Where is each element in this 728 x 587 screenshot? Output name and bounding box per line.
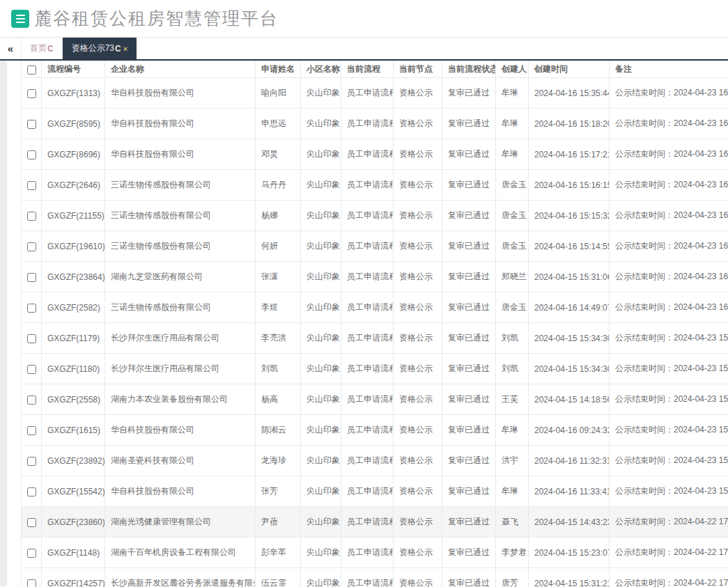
cell-node: 资格公示 (394, 354, 442, 384)
cell-community: 尖山印象 (301, 201, 341, 231)
tab-home[interactable]: 首页 C (21, 38, 63, 59)
cell-process: 员工申请流程 (341, 139, 394, 170)
row-checkbox[interactable] (27, 304, 36, 313)
cell-company: 华自科技股份有限公司 (105, 415, 256, 446)
refresh-icon[interactable]: C (47, 44, 54, 54)
cell-created: 2024-04-15 14:18:50 (529, 384, 610, 415)
cell-node: 资格公示 (394, 201, 442, 231)
row-checkbox[interactable] (27, 334, 36, 343)
cell-remark: 公示结束时间：2024-04-23 16:26:57 (610, 170, 728, 201)
cell-company: 湖南千百年机房设备工程有限公司 (105, 538, 256, 568)
row-select-cell (22, 476, 42, 507)
cell-creator: 牟琳 (496, 476, 529, 507)
cell-id: GXGZF(1615) (42, 415, 105, 446)
table-row: GXGZF(1148)湖南千百年机房设备工程有限公司彭辛革尖山印象员工申请流程资… (22, 538, 728, 568)
cell-status: 复审已通过 (442, 323, 496, 354)
row-checkbox[interactable] (27, 487, 36, 496)
cell-remark: 公示结束时间：2024-04-22 17:11:21 (610, 538, 728, 568)
cell-status: 复审已通过 (442, 446, 496, 476)
row-checkbox[interactable] (27, 120, 36, 129)
row-select-cell (22, 323, 42, 354)
cell-status: 复审已通过 (442, 354, 496, 384)
cell-id: GXGZF(23892) (42, 446, 105, 476)
cell-status: 复审已通过 (442, 568, 496, 587)
table-row: GXGZF(14257)长沙高新开发区麓谷劳务派遣服务有限公司伍云霏尖山印象员工… (22, 568, 728, 587)
refresh-icon[interactable]: C (115, 44, 121, 54)
cell-status: 复审已通过 (442, 231, 496, 262)
cell-company: 湖南力本农业装备股份有限公司 (105, 384, 256, 415)
cell-company: 三诺生物传感股份有限公司 (105, 231, 256, 262)
cell-creator: 牟琳 (496, 415, 529, 446)
cell-community: 尖山印象 (301, 507, 341, 538)
cell-community: 尖山印象 (301, 78, 341, 109)
left-gutter (0, 61, 7, 586)
row-checkbox[interactable] (27, 181, 36, 190)
table-row: GXGZF(23892)湖南圣瓷科技有限公司龙海珍尖山印象员工申请流程资格公示复… (22, 446, 728, 476)
cell-company: 华自科技股份有限公司 (105, 109, 256, 139)
row-checkbox[interactable] (27, 579, 36, 587)
cell-community: 尖山印象 (301, 231, 341, 262)
cell-company: 湖南圣瓷科技有限公司 (105, 446, 256, 476)
cell-applicant: 尹蓓 (256, 507, 301, 538)
tab-qualification-publicity[interactable]: 资格公示73 C × (63, 38, 137, 59)
cell-status: 复审已通过 (442, 384, 496, 415)
cell-applicant: 申思远 (256, 109, 301, 139)
cell-node: 资格公示 (394, 323, 442, 354)
cell-node: 资格公示 (394, 292, 442, 323)
cell-created: 2024-04-16 15:14:55 (529, 231, 610, 262)
cell-id: GXGZF(1148) (42, 538, 105, 568)
table-row: GXGZF(2558)湖南力本农业装备股份有限公司杨高尖山印象员工申请流程资格公… (22, 384, 728, 415)
row-select-cell (22, 109, 42, 139)
cell-node: 资格公示 (394, 538, 442, 568)
close-icon[interactable]: × (123, 45, 127, 53)
row-checkbox[interactable] (27, 89, 36, 98)
collapse-tabs-button[interactable]: « (0, 38, 21, 59)
row-checkbox[interactable] (27, 549, 36, 558)
menu-toggle-button[interactable] (11, 10, 29, 28)
cell-created: 2024-04-16 15:15:32 (529, 201, 610, 231)
cell-process: 员工申请流程 (341, 78, 394, 109)
row-checkbox[interactable] (27, 273, 36, 282)
cell-id: GXGZF(8595) (42, 109, 105, 139)
cell-id: GXGZF(23864) (42, 262, 105, 292)
cell-company: 湖南九芝堂医药有限公司 (105, 262, 256, 292)
cell-creator: 洪宇 (496, 446, 529, 476)
table-row: GXGZF(2646)三诺生物传感股份有限公司马丹丹尖山印象员工申请流程资格公示… (22, 170, 728, 201)
cell-remark: 公示结束时间：2024-04-23 16:26:27 (610, 231, 728, 262)
cell-created: 2024-04-16 11:33:41 (529, 476, 610, 507)
row-checkbox[interactable] (27, 457, 36, 466)
col-header-process-id: 流程编号 (42, 61, 105, 78)
cell-process: 员工申请流程 (341, 109, 394, 139)
cell-node: 资格公示 (394, 262, 442, 292)
row-checkbox[interactable] (27, 396, 36, 405)
app-header: 麓谷租赁公租房智慧管理平台 (0, 0, 728, 38)
row-checkbox[interactable] (27, 518, 36, 527)
col-header-community: 小区名称 (301, 61, 341, 78)
cell-company: 三诺生物传感股份有限公司 (105, 170, 256, 201)
cell-company: 华自科技股份有限公司 (105, 139, 256, 170)
cell-created: 2024-04-16 15:17:21 (529, 139, 610, 170)
cell-node: 资格公示 (394, 78, 442, 109)
cell-created: 2024-04-16 14:49:07 (529, 292, 610, 323)
row-checkbox[interactable] (27, 365, 36, 374)
cell-created: 2024-04-16 15:18:20 (529, 109, 610, 139)
table-row: GXGZF(15542)华自科技股份有限公司张芳尖山印象员工申请流程资格公示复审… (22, 476, 728, 507)
row-checkbox[interactable] (27, 212, 36, 221)
cell-process: 员工申请流程 (341, 354, 394, 384)
row-checkbox[interactable] (27, 150, 36, 159)
col-header-node: 当前节点 (394, 61, 442, 78)
table-row: GXGZF(1313)华自科技股份有限公司喻向阳尖山印象员工申请流程资格公示复审… (22, 78, 728, 109)
row-checkbox[interactable] (27, 242, 36, 251)
cell-process: 员工申请流程 (341, 507, 394, 538)
cell-remark: 公示结束时间：2024-04-23 16:27:10 (610, 139, 728, 170)
cell-remark: 公示结束时间：2024-04-23 16:26:40 (610, 201, 728, 231)
cell-process: 员工申请流程 (341, 568, 394, 587)
cell-status: 复审已通过 (442, 109, 496, 139)
cell-community: 尖山印象 (301, 292, 341, 323)
col-header-company: 企业名称 (105, 61, 256, 78)
select-all-checkbox[interactable] (27, 65, 36, 75)
cell-company: 三诺生物传感股份有限公司 (105, 201, 256, 231)
cell-created: 2024-04-15 14:43:23 (529, 507, 610, 538)
row-checkbox[interactable] (27, 426, 36, 435)
cell-creator: 牟琳 (496, 139, 529, 170)
